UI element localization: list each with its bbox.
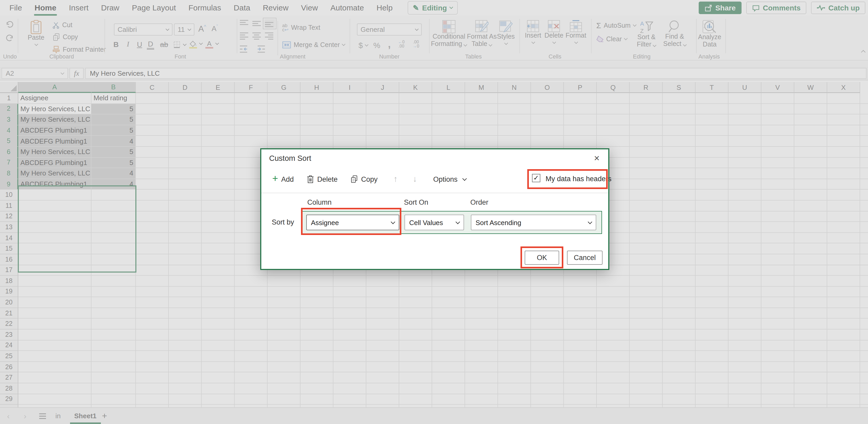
options-button[interactable]: Options	[433, 172, 466, 186]
sort-by-label: Sort by	[272, 218, 294, 226]
copy-icon	[350, 175, 358, 183]
chevron-down-icon	[391, 220, 395, 224]
dialog-separator	[261, 193, 608, 193]
delete-rule-button[interactable]: Delete	[307, 172, 338, 186]
cancel-button[interactable]: Cancel	[567, 251, 602, 265]
chevron-down-icon	[462, 176, 467, 181]
custom-sort-dialog: Custom Sort ✕ + Add Delete Copy ↑ ↓ Opti…	[260, 148, 609, 270]
screen: FileHomeInsertDrawPage LayoutFormulasDat…	[0, 0, 868, 424]
plus-icon: +	[272, 174, 278, 183]
sort-order-dropdown[interactable]: Sort Ascending	[471, 215, 596, 230]
move-up-icon[interactable]: ↑	[394, 172, 398, 186]
sort-on-header-label: Sort On	[404, 198, 428, 206]
add-rule-button[interactable]: + Add	[272, 172, 294, 186]
ok-button[interactable]: OK	[525, 251, 559, 265]
excel-web-app: FileHomeInsertDrawPage LayoutFormulasDat…	[0, 0, 868, 424]
copy-rule-button[interactable]: Copy	[350, 172, 378, 186]
move-down-icon[interactable]: ↓	[413, 172, 417, 186]
trash-icon	[307, 175, 314, 183]
sort-column-dropdown[interactable]: Assignee	[306, 215, 399, 230]
check-icon: ✓	[533, 174, 539, 182]
my-data-has-headers-label: My data has headers	[546, 175, 612, 183]
my-data-has-headers-checkbox[interactable]: ✓	[532, 174, 540, 182]
close-icon[interactable]: ✕	[592, 153, 602, 163]
order-header-label: Order	[470, 198, 488, 206]
chevron-down-icon	[456, 220, 460, 224]
sort-on-dropdown[interactable]: Cell Values	[404, 215, 464, 230]
chevron-down-icon	[588, 220, 592, 224]
dialog-title: Custom Sort	[269, 154, 311, 162]
column-header-label: Column	[307, 198, 332, 206]
